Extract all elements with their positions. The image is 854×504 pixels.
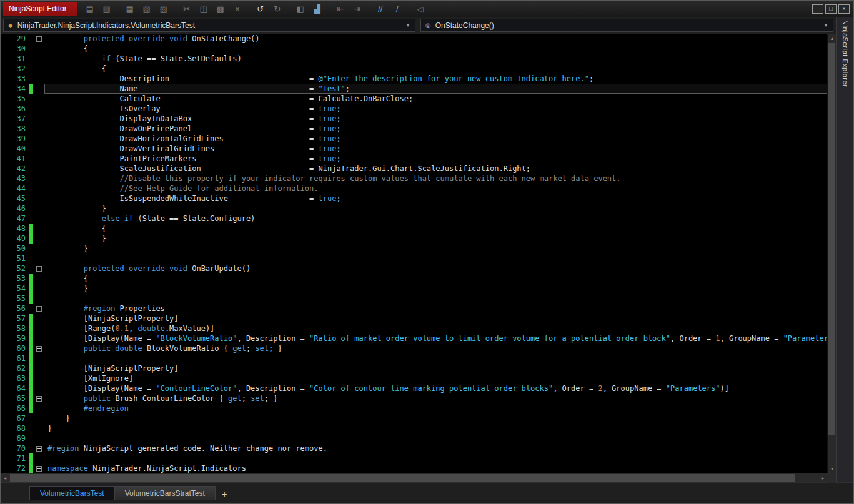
line-number: 52 [1, 264, 29, 274]
code-line[interactable]: 46 } [1, 204, 827, 214]
code-line[interactable]: 34 Name = "Test"; [1, 84, 827, 94]
paste-icon[interactable]: ▩ [215, 3, 226, 14]
horizontal-scroll-thumb[interactable] [10, 474, 795, 482]
close-button[interactable]: × [838, 4, 850, 14]
line-number: 42 [1, 164, 29, 174]
restore-button[interactable]: □ [825, 4, 837, 14]
code-line[interactable]: 70#region NinjaScript generated code. Ne… [1, 443, 827, 453]
member-selector-dropdown[interactable]: ◎ OnStateChange() ▼ [420, 19, 833, 32]
code-line[interactable]: 55 [1, 294, 827, 304]
fold-collapse-icon[interactable] [33, 264, 44, 274]
save-icon[interactable]: ▤ [84, 3, 96, 14]
scroll-down-icon[interactable]: ▼ [828, 464, 837, 473]
new-tab-button[interactable]: + [216, 486, 234, 500]
copy-icon[interactable]: ◫ [198, 3, 209, 14]
code-line[interactable]: 62 [NinjaScriptProperty] [1, 363, 827, 373]
scroll-right-icon[interactable]: ► [818, 473, 827, 483]
stop-icon[interactable]: ◁ [415, 3, 426, 14]
code-line[interactable]: 67 } [1, 413, 827, 423]
shift-right-icon[interactable]: ⇥ [352, 3, 363, 14]
ninjascript-explorer-strip[interactable]: NinjaScript Explorer [836, 17, 853, 482]
code-text: //See Help Guide for additional informat… [44, 184, 827, 194]
scroll-up-icon[interactable]: ▲ [828, 34, 837, 42]
fold-collapse-icon[interactable] [33, 34, 44, 44]
print-preview-icon[interactable]: ▨ [158, 3, 169, 14]
fold-collapse-icon[interactable] [33, 393, 44, 403]
quick-print-icon[interactable]: ▧ [141, 3, 152, 14]
redo-icon[interactable]: ↻ [272, 3, 283, 14]
fold-collapse-icon[interactable] [33, 443, 44, 453]
code-line[interactable]: 56 #region Properties [1, 304, 827, 314]
code-line[interactable]: 40 DrawVerticalGridLines = true; [1, 144, 827, 154]
code-line[interactable]: 66 #endregion [1, 403, 827, 413]
cut-icon[interactable]: ✂ [181, 3, 192, 14]
code-line[interactable]: 54 } [1, 284, 827, 294]
compile-icon[interactable]: ▟ [312, 3, 323, 14]
horizontal-scroll-track[interactable] [9, 473, 818, 483]
fold-lane [33, 204, 44, 214]
comment-icon[interactable]: // [375, 3, 386, 14]
code-line[interactable]: 58 [Range(0.1, double.MaxValue)] [1, 324, 827, 334]
code-line[interactable]: 38 DrawOnPricePanel = true; [1, 124, 827, 134]
code-line[interactable]: 48 { [1, 224, 827, 234]
code-line[interactable]: 49 } [1, 234, 827, 244]
code-line[interactable]: 43 //Disable this property if your indic… [1, 174, 827, 184]
code-line[interactable]: 60 public double BlockVolumeRatio { get;… [1, 343, 827, 353]
code-line[interactable]: 41 PaintPriceMarkers = true; [1, 154, 827, 164]
code-line[interactable]: 37 DisplayInDataBox = true; [1, 114, 827, 124]
code-line[interactable]: 50 } [1, 244, 827, 254]
code-line[interactable]: 36 IsOverlay = true; [1, 104, 827, 114]
code-line[interactable]: 47 else if (State == State.Configure) [1, 214, 827, 224]
code-line[interactable]: 44 //See Help Guide for additional infor… [1, 184, 827, 194]
vertical-scroll-track[interactable] [828, 42, 836, 464]
vertical-scroll-thumb[interactable] [828, 43, 835, 435]
line-number: 37 [1, 114, 29, 124]
code-line[interactable]: 53 { [1, 274, 827, 284]
code-line[interactable]: 63 [XmlIgnore] [1, 373, 827, 383]
code-line[interactable]: 59 [Display(Name = "BlockVolumeRatio", D… [1, 334, 827, 343]
code-line[interactable]: 45 IsSuspendedWhileInactive = true; [1, 194, 827, 204]
fold-lane [33, 94, 44, 104]
print-icon[interactable]: ▦ [124, 3, 136, 14]
code-lines[interactable]: 29 protected override void OnStateChange… [1, 34, 827, 473]
fold-collapse-icon[interactable] [33, 304, 44, 314]
code-line[interactable]: 31 if (State == State.SetDefaults) [1, 54, 827, 64]
delete-icon[interactable]: × [232, 3, 243, 14]
code-line[interactable]: 30 { [1, 44, 827, 54]
editor-tab[interactable]: VolumetricBarsTest [29, 486, 115, 500]
code-line[interactable]: 29 protected override void OnStateChange… [1, 34, 827, 44]
code-line[interactable]: 64 [Display(Name = "ContourLineColor", D… [1, 383, 827, 393]
code-line[interactable]: 65 public Brush ContourLineColor { get; … [1, 393, 827, 403]
code-line[interactable]: 68} [1, 423, 827, 433]
undo-icon[interactable]: ↺ [255, 3, 266, 14]
type-selector-dropdown[interactable]: ◆ NinjaTrader.NinjaScript.Indicators.Vol… [3, 19, 415, 32]
code-line[interactable]: 39 DrawHorizontalGridLines = true; [1, 134, 827, 144]
scroll-left-icon[interactable]: ◄ [1, 473, 9, 483]
code-line[interactable]: 51 [1, 254, 827, 264]
code-line[interactable]: 71 [1, 453, 827, 463]
fold-lane [33, 423, 44, 433]
fold-collapse-icon[interactable] [33, 463, 44, 473]
code-line[interactable]: 72namespace NinjaTrader.NinjaScript.Indi… [1, 463, 827, 473]
line-number: 51 [1, 254, 29, 264]
code-line[interactable]: 32 { [1, 64, 827, 74]
fold-lane [33, 413, 44, 423]
code-line[interactable]: 69 [1, 433, 827, 443]
minimize-button[interactable]: ─ [812, 4, 823, 14]
fold-collapse-icon[interactable] [33, 343, 44, 353]
editor-tab[interactable]: VolumetricBarsStratTest [115, 486, 216, 500]
code-line[interactable]: 52 protected override void OnBarUpdate() [1, 264, 827, 274]
horizontal-scrollbar[interactable]: ◄ ► [1, 473, 836, 482]
uncomment-icon[interactable]: / [392, 3, 403, 14]
code-text: DrawOnPricePanel = true; [44, 124, 827, 134]
code-line[interactable]: 35 Calculate = Calculate.OnBarClose; [1, 94, 827, 104]
code-line[interactable]: 42 ScaleJustification = NinjaTrader.Gui.… [1, 164, 827, 174]
shift-left-icon[interactable]: ⇤ [335, 3, 346, 14]
vertical-scrollbar[interactable]: ▲ ▼ [827, 34, 836, 473]
code-line[interactable]: 61 [1, 353, 827, 363]
save-all-icon[interactable]: ▥ [101, 3, 112, 14]
export-icon[interactable]: ◧ [295, 3, 306, 14]
code-line[interactable]: 57 [NinjaScriptProperty] [1, 314, 827, 324]
code-line[interactable]: 33 Description = @"Enter the description… [1, 74, 827, 84]
line-number: 29 [1, 34, 29, 44]
